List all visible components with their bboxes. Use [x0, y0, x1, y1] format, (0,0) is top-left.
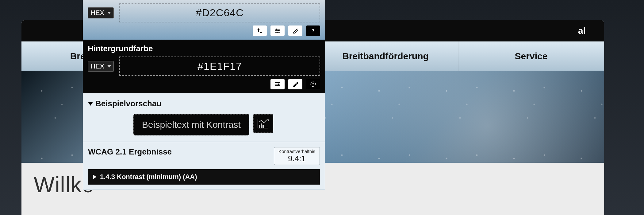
- swap-colors-button[interactable]: [253, 25, 267, 36]
- nav-label: Service: [515, 51, 548, 61]
- eyedropper-button[interactable]: [288, 79, 302, 89]
- bg-format-label: HEX: [90, 62, 104, 70]
- preview-row: Beispieltext mit Kontrast: [88, 114, 319, 135]
- sliders-button[interactable]: [270, 25, 285, 36]
- svg-rect-1: [278, 30, 279, 31]
- bg-color-input[interactable]: #1E1F17: [119, 57, 320, 76]
- sliders-button[interactable]: [270, 79, 285, 89]
- results-section: WCAG 2.1 Ergebnisse Kontrastverhältnis 9…: [83, 142, 325, 190]
- triangle-right-icon: [93, 174, 96, 179]
- help-icon: ?: [310, 81, 316, 87]
- help-button[interactable]: ?: [306, 79, 320, 89]
- foreground-section: HEX #D2C64C: [83, 0, 325, 40]
- results-header-row: WCAG 2.1 Ergebnisse Kontrastverhältnis 9…: [88, 147, 320, 165]
- criterion-label: 1.4.3 Kontrast (minimum) (AA): [100, 173, 197, 181]
- nav-item-foerderung[interactable]: Breitbandförderung: [313, 41, 458, 71]
- svg-text:?: ?: [312, 82, 314, 86]
- bg-section-label: Hintergrundfarbe: [88, 44, 320, 53]
- background-row: HEX #1E1F17: [88, 57, 320, 76]
- svg-rect-6: [278, 84, 279, 85]
- ratio-value: 9.4:1: [278, 154, 315, 163]
- fg-format-label: HEX: [90, 9, 104, 17]
- background-section: Hintergrundfarbe HEX #1E1F17: [83, 40, 325, 93]
- triangle-down-icon: [88, 102, 93, 106]
- help-button[interactable]: ?: [306, 25, 320, 36]
- fg-color-value: #D2C64C: [196, 7, 243, 18]
- chevron-down-icon: [107, 12, 111, 14]
- bg-color-value: #1E1F17: [197, 60, 242, 72]
- sample-text-preview: Beispieltext mit Kontrast: [133, 114, 249, 135]
- criterion-row[interactable]: 1.4.3 Kontrast (minimum) (AA): [88, 169, 320, 185]
- svg-rect-11: [261, 123, 262, 128]
- chevron-down-icon: [107, 65, 111, 68]
- svg-rect-2: [277, 32, 278, 33]
- bg-icon-row: ?: [88, 79, 320, 89]
- fg-color-input[interactable]: #D2C64C: [119, 3, 320, 22]
- svg-text:?: ?: [312, 29, 314, 33]
- chart-icon: [257, 118, 269, 129]
- nav-item-service[interactable]: Service: [458, 41, 604, 71]
- preview-section: Beispielvorschau Beispieltext mit Kontra…: [83, 93, 325, 142]
- svg-rect-7: [277, 85, 278, 86]
- results-title: WCAG 2.1 Ergebnisse: [88, 147, 172, 157]
- fg-format-select[interactable]: HEX: [88, 7, 114, 18]
- fg-icon-row: ?: [88, 25, 320, 36]
- eyedropper-button[interactable]: [288, 25, 302, 36]
- sliders-icon: [274, 82, 281, 87]
- bg-format-select[interactable]: HEX: [88, 61, 114, 72]
- eyedropper-icon: [293, 81, 298, 87]
- preview-toggle[interactable]: Beispielvorschau: [88, 99, 319, 108]
- contrast-ratio-box: Kontrastverhältnis 9.4:1: [274, 147, 320, 165]
- preview-header-label: Beispielvorschau: [95, 99, 161, 108]
- svg-rect-10: [259, 125, 260, 128]
- nav-label: Breitbandförderung: [342, 51, 429, 61]
- ratio-label: Kontrastverhältnis: [278, 149, 315, 154]
- svg-rect-5: [276, 82, 277, 83]
- sample-chart-preview: [253, 114, 273, 133]
- sample-text: Beispieltext mit Kontrast: [142, 119, 241, 130]
- sliders-icon: [274, 28, 281, 33]
- swap-icon: [257, 28, 263, 33]
- help-icon: ?: [310, 28, 316, 33]
- svg-rect-0: [276, 29, 277, 30]
- site-header-title: al: [578, 25, 586, 36]
- eyedropper-icon: [293, 28, 298, 33]
- foreground-row: HEX #D2C64C: [88, 3, 320, 22]
- svg-rect-12: [263, 125, 264, 128]
- contrast-tool-panel: HEX #D2C64C: [83, 0, 325, 190]
